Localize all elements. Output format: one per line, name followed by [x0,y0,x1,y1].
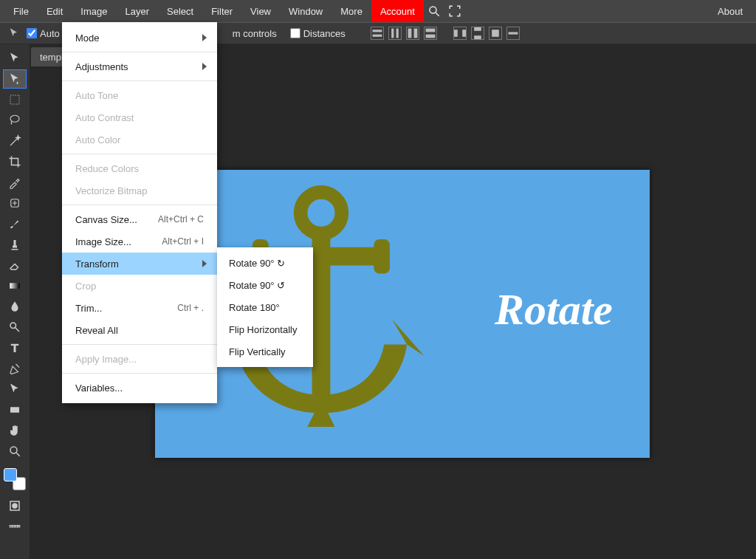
distances-checkbox[interactable]: Distances [290,28,346,39]
quick-mask-toggle[interactable] [3,496,27,515]
menu-more[interactable]: More [331,0,371,22]
healing-tool[interactable] [3,193,27,213]
menuitem-transform[interactable]: Transform [62,253,217,275]
menuitem-image-size[interactable]: Image Size... Alt+Ctrl + I [62,230,217,253]
dodge-tool[interactable] [3,318,27,337]
svg-text:+: + [16,80,20,86]
stamp-tool[interactable] [3,235,27,254]
menuitem-flip-vertical[interactable]: Flip Vertically [217,340,313,363]
zoom-tool[interactable] [3,442,27,461]
svg-rect-12 [474,27,481,31]
menuitem-trim[interactable]: Trim... Ctrl + . [62,297,217,319]
distribute-icon[interactable] [471,27,484,40]
distribute-icon[interactable] [489,27,502,40]
shortcut: Ctrl + . [177,303,204,313]
magic-wand-tool[interactable] [3,131,27,151]
menuitem-flip-horizontal[interactable]: Flip Horizontally [217,318,313,340]
svg-rect-30 [18,526,20,527]
svg-rect-22 [10,407,19,413]
screen-mode-toggle[interactable] [3,517,27,536]
svg-point-31 [300,192,342,233]
eyedropper-tool[interactable] [3,173,27,192]
menu-select[interactable]: Select [158,0,202,22]
svg-rect-11 [462,30,466,37]
crop-tool[interactable] [3,152,27,171]
hand-tool[interactable] [3,421,27,440]
menuitem-vectorize-bitmap: Vectorize Bitmap [62,179,217,202]
align-icon[interactable] [388,27,402,40]
menu-filter[interactable]: Filter [202,0,241,22]
shortcut: Alt+Ctrl + C [158,214,204,224]
menuitem-reduce-colors: Reduce Colors [62,157,217,179]
align-icon[interactable] [424,27,437,40]
menuitem-reveal-all[interactable]: Reveal All [62,319,217,341]
brush-tool[interactable] [3,214,27,233]
svg-rect-27 [10,526,12,527]
blur-tool[interactable] [3,297,27,316]
canvas-text: Rotate [495,284,613,335]
menuitem-rotate-90-cw[interactable]: Rotate 90° ↻ [217,252,313,274]
shape-tool[interactable] [3,400,27,419]
distribute-icon[interactable] [453,27,467,40]
menu-about[interactable]: About [709,0,752,22]
transform-submenu: Rotate 90° ↻ Rotate 90° ↺ Rotate 180° Fl… [217,247,313,367]
svg-rect-28 [13,526,15,527]
svg-rect-9 [425,35,435,38]
menuitem-mode[interactable]: Mode [62,27,217,49]
svg-rect-4 [391,29,394,38]
menu-account[interactable]: Account [371,0,424,22]
svg-rect-20 [10,283,20,289]
menuitem-variables[interactable]: Variables... [62,377,217,399]
marquee-tool[interactable] [3,90,27,109]
svg-rect-3 [372,35,382,37]
svg-point-21 [10,323,16,329]
eraser-tool[interactable] [3,256,27,275]
svg-line-1 [436,13,439,16]
foreground-color-swatch[interactable] [4,468,17,481]
artboard-tool[interactable]: + [3,69,27,89]
image-dropdown-menu: Mode Adjustments Auto Tone Auto Contrast… [62,22,217,403]
menuitem-auto-color: Auto Color [62,128,217,151]
menubar: File Edit Image Layer Select Filter View… [0,0,756,22]
svg-rect-5 [396,29,398,38]
move-tool-indicator-icon [6,25,22,41]
fullscreen-icon[interactable] [444,0,465,22]
lasso-tool[interactable] [3,111,27,130]
path-select-tool[interactable] [3,380,27,399]
menu-window[interactable]: Window [280,0,331,22]
menuitem-adjustments[interactable]: Adjustments [62,55,217,78]
search-icon[interactable] [424,0,444,22]
svg-rect-8 [425,29,435,32]
menuitem-rotate-90-ccw[interactable]: Rotate 90° ↺ [217,274,313,296]
align-icon[interactable] [371,27,384,40]
controls-label-fragment: m controls [233,28,277,39]
auto-select-checkbox[interactable]: Auto [27,28,60,39]
distribute-icon[interactable] [506,27,520,40]
svg-rect-6 [408,29,411,38]
svg-point-23 [10,447,17,453]
menuitem-canvas-size[interactable]: Canvas Size... Alt+Ctrl + C [62,208,217,230]
type-tool[interactable] [3,338,27,357]
distances-label: Distances [303,28,346,39]
gradient-tool[interactable] [3,276,27,295]
color-swatches[interactable] [4,468,26,490]
document-tab-title: templ [40,52,63,63]
svg-point-18 [10,115,19,122]
pen-tool[interactable] [3,359,27,378]
menu-image[interactable]: Image [72,0,116,22]
menuitem-rotate-180[interactable]: Rotate 180° [217,296,313,318]
svg-rect-10 [454,30,458,37]
svg-rect-29 [16,526,18,527]
menu-layer[interactable]: Layer [117,0,159,22]
align-icon[interactable] [406,27,419,40]
svg-rect-13 [474,35,481,39]
move-tool[interactable] [3,49,27,68]
svg-rect-14 [492,30,499,37]
menuitem-apply-image: Apply Image... [62,348,217,370]
menu-edit[interactable]: Edit [38,0,72,22]
auto-label: Auto [40,28,60,39]
menuitem-auto-contrast: Auto Contrast [62,106,217,128]
shortcut: Alt+Ctrl + I [162,236,204,247]
menu-view[interactable]: View [241,0,280,22]
menu-file[interactable]: File [4,0,38,22]
